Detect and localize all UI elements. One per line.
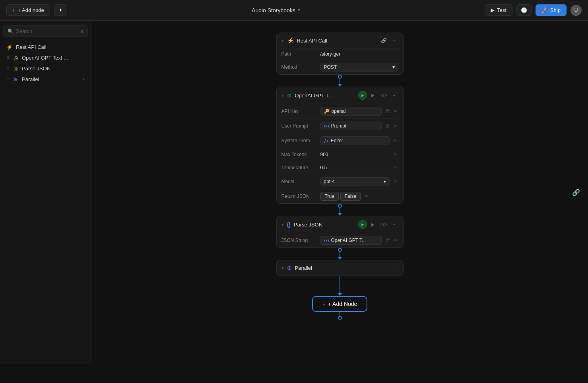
play-icon: ▶: [491, 7, 495, 13]
search-input[interactable]: [16, 28, 78, 34]
rest-api-icon: ⚡: [287, 37, 294, 44]
method-value: POST: [324, 64, 337, 70]
ship-label: Ship: [550, 7, 561, 13]
edit-button[interactable]: ✏: [364, 193, 369, 200]
collapse-icon[interactable]: ▾: [281, 93, 284, 98]
sidebar: 🔍 ≡ ⚡ Rest API Call ⠿ ◎ OpenAI GPT Text …: [0, 21, 91, 364]
row-actions: ✏: [393, 151, 398, 158]
more-button[interactable]: ···: [391, 264, 398, 271]
drag-handle-icon: ⠿: [6, 66, 9, 71]
topbar-left: + + Add node ✦: [6, 4, 67, 16]
sidebar-item-parallel[interactable]: ⠿ ⊕ Parallel ▾: [3, 74, 88, 85]
row-label: Model: [281, 179, 317, 184]
sidebar-item-rest-api[interactable]: ⚡ Rest API Call: [3, 42, 88, 52]
row-value: /story-gen: [320, 51, 398, 57]
edit-button[interactable]: ✏: [393, 237, 398, 244]
play-outline-button[interactable]: ▶: [369, 92, 376, 99]
play-outline-button[interactable]: ▶: [369, 221, 376, 228]
system-prompt-pill[interactable]: ƒx Editor: [320, 136, 390, 145]
json-string-pill[interactable]: ⟨x⟩ OpenAI GPT T...: [320, 236, 382, 245]
node-actions: 🔗 ···: [379, 37, 398, 44]
row-actions: ✏: [393, 178, 398, 185]
sidebar-item-label: Parallel: [22, 76, 80, 82]
page-title: Audio Storybooks: [252, 7, 295, 14]
user-prompt-pill[interactable]: ⟨x⟩ Prompt: [320, 122, 382, 130]
braces-icon: {}: [287, 221, 291, 228]
run-green-button[interactable]: ▶: [358, 220, 367, 229]
node-rest-api-header: ▾ ⚡ Rest API Call 🔗 ···: [277, 33, 403, 48]
connector-1: [338, 75, 342, 87]
link-right-icon: 🔗: [572, 189, 580, 196]
node-title: Parse JSON: [294, 222, 355, 228]
api-key-pill[interactable]: 🔑 openai: [320, 107, 382, 116]
add-node-label: + Add node: [18, 7, 44, 13]
add-node-canvas-button[interactable]: + + Add Node: [312, 296, 368, 312]
connector-arrow: [338, 257, 342, 260]
connector-2: [338, 204, 342, 216]
run-green-button[interactable]: ▶: [358, 91, 367, 100]
connector-line: [340, 312, 340, 316]
toggle-group: True False: [320, 192, 361, 201]
collapse-icon[interactable]: ▾: [281, 38, 284, 43]
row-label: Max Tokens: [281, 152, 317, 157]
more-icon[interactable]: ···: [391, 37, 398, 44]
fx-icon: ƒx: [324, 138, 329, 143]
test-button[interactable]: ▶ Test: [485, 4, 512, 16]
node-row-model: Model gpt-4 ▾ ✏: [277, 174, 403, 189]
parallel-icon: ⊕: [12, 76, 19, 82]
magic-button[interactable]: ✦: [54, 4, 67, 16]
row-label: Method: [281, 64, 317, 70]
connector-line: [340, 276, 340, 293]
history-button[interactable]: 🕐: [516, 4, 532, 16]
more-button[interactable]: ···: [391, 221, 398, 228]
search-box[interactable]: 🔍 ≡: [3, 25, 88, 37]
edit-button[interactable]: ✏: [393, 164, 398, 171]
delete-button[interactable]: 🗑: [385, 237, 391, 244]
row-actions: 🗑 ✏: [385, 237, 398, 244]
connector-4: [338, 276, 342, 296]
edit-button[interactable]: ✏: [393, 122, 398, 130]
filter-icon[interactable]: ≡: [81, 29, 83, 34]
node-title: Parallel: [295, 265, 388, 271]
toggle-true[interactable]: True: [320, 192, 339, 201]
connector-arrow: [338, 213, 342, 216]
connector-3: [338, 248, 342, 260]
node-row-system-prompt: System Prom... ƒx Editor ✏: [277, 133, 403, 148]
avatar[interactable]: U: [571, 5, 582, 16]
sidebar-item-parse-json[interactable]: ⠿ ◎ Parse JSON: [3, 63, 88, 74]
delete-button[interactable]: 🗑: [385, 122, 391, 130]
collapse-icon[interactable]: ▾: [281, 265, 284, 271]
row-actions: ✏: [364, 193, 369, 200]
method-select[interactable]: POST ▾: [320, 63, 398, 72]
chevron-down-icon[interactable]: ▾: [298, 8, 300, 13]
node-openai-header: ▾ ⊛ OpenAI GPT T... ▶ ▶ </> ···: [277, 87, 403, 104]
connector-line: [340, 79, 340, 84]
add-node-button[interactable]: + + Add node: [6, 4, 50, 16]
edit-button[interactable]: ✏: [393, 108, 398, 115]
row-actions: 🗑 ✏: [385, 122, 398, 130]
edit-button[interactable]: ✏: [393, 178, 398, 185]
edit-button[interactable]: ✏: [393, 137, 398, 144]
add-node-wrapper: + + Add Node: [312, 296, 368, 320]
delete-button[interactable]: 🗑: [385, 108, 391, 115]
code-button[interactable]: </>: [378, 92, 388, 99]
path-value: /story-gen: [320, 51, 342, 57]
main-layout: 🔍 ≡ ⚡ Rest API Call ⠿ ◎ OpenAI GPT Text …: [0, 21, 588, 364]
node-parallel: ▾ ⊕ Parallel ···: [276, 260, 404, 276]
row-label: Path: [281, 51, 317, 57]
node-row-json-string: JSON String ⟨x⟩ OpenAI GPT T... 🗑 ✏: [277, 233, 403, 248]
sidebar-item-openai[interactable]: ⠿ ◎ OpenAI GPT Text ...: [3, 52, 88, 63]
drag-handle-icon: ⠿: [6, 77, 9, 81]
connector-bottom: [338, 312, 342, 320]
parse-json-icon: ◎: [12, 66, 19, 72]
collapse-icon[interactable]: ▾: [281, 222, 284, 227]
toggle-false[interactable]: False: [340, 192, 361, 201]
node-openai-gpt: ▾ ⊛ OpenAI GPT T... ▶ ▶ </> ··· API Key: [276, 87, 404, 204]
edit-button[interactable]: ✏: [393, 151, 398, 158]
code-button[interactable]: </>: [378, 221, 388, 228]
more-button[interactable]: ···: [391, 92, 398, 99]
model-select[interactable]: gpt-4 ▾: [320, 177, 390, 186]
ship-button[interactable]: 🚀 Ship: [536, 4, 567, 16]
link-icon[interactable]: 🔗: [379, 37, 388, 44]
openai-icon: ◎: [12, 55, 19, 61]
